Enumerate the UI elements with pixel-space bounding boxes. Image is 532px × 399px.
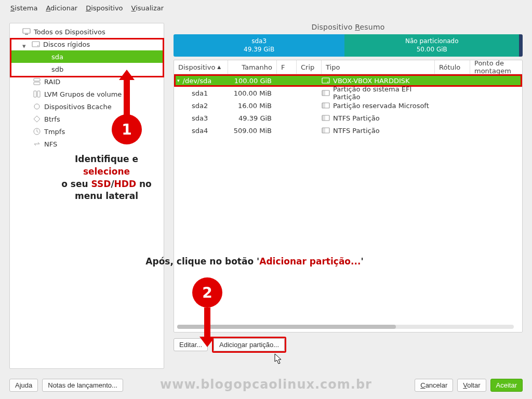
tree-label: Btrfs [44, 115, 60, 123]
tree-disk-sdb[interactable]: sdb [10, 63, 164, 75]
partition-icon [322, 101, 330, 110]
tree-label: NFS [44, 140, 57, 148]
lvm-icon [33, 90, 41, 98]
svg-point-3 [37, 45, 38, 46]
col-f[interactable]: F [277, 60, 297, 74]
menubar: Sistema Adicionar Dispositivo Visualizar [0, 0, 532, 16]
edit-button[interactable]: Editar... [174, 338, 208, 351]
col-crip[interactable]: Crip [297, 60, 322, 74]
menu-dispositivo[interactable]: Dispositivo [86, 4, 123, 12]
seg-size: 50.00 GiB [417, 46, 447, 54]
device-tree: Todos os Dispositivos ▾ Discos rígidos s… [9, 23, 164, 369]
tree-label: sdb [51, 65, 63, 73]
partition-segment-free[interactable]: Não particionado 50.00 GiB [344, 34, 519, 57]
tree-bcache[interactable]: Dispositivos Bcache [10, 100, 164, 113]
seg-label: Não particionado [405, 37, 459, 46]
table-row[interactable]: sda216.00 MiBPartição reservada Microsof… [174, 99, 522, 112]
svg-point-8 [34, 104, 39, 109]
accept-button[interactable]: Aceitar [490, 379, 523, 392]
tmpfs-icon [33, 127, 41, 136]
device-size: 16.00 MiB [228, 102, 277, 110]
tree-disk-sda[interactable]: sda [10, 50, 164, 63]
svg-rect-13 [322, 90, 325, 96]
device-type: Partição reservada Microsoft [333, 102, 429, 110]
annotation-highlight-2: Adicionar partição... [212, 337, 286, 353]
device-name: sda4 [192, 127, 208, 135]
btrfs-icon [33, 115, 41, 123]
device-type: NTFS Partição [333, 114, 380, 122]
seg-label: sda3 [251, 37, 267, 46]
sort-arrow-icon: ▲ [217, 64, 221, 70]
col-size[interactable]: Tamanho [228, 60, 277, 74]
tree-label: LVM Grupos de volume [44, 90, 122, 98]
device-table: Dispositivo▲ Tamanho F Crip Tipo Rótulo … [174, 60, 523, 332]
add-partition-button[interactable]: Adicionar partição... [214, 338, 285, 351]
tree-btrfs[interactable]: Btrfs [10, 113, 164, 125]
menu-visualizar[interactable]: Visualizar [131, 4, 164, 12]
svg-rect-1 [25, 34, 28, 35]
bcache-icon [33, 102, 41, 111]
col-type[interactable]: Tipo [322, 60, 435, 74]
partition-map: sda3 49.39 GiB Não particionado 50.00 Gi… [174, 34, 523, 57]
table-row[interactable]: sda349.39 GiBNTFS Partição [174, 112, 522, 124]
device-type: NTFS Partição [333, 127, 380, 135]
raid-icon [33, 77, 41, 86]
device-name: sda1 [192, 89, 208, 97]
partition-segment-sda3[interactable]: sda3 49.39 GiB [174, 34, 344, 57]
device-summary-title: Dispositivo Resumo [174, 23, 523, 31]
partition-segment-tiny[interactable] [519, 34, 523, 57]
svg-point-11 [327, 82, 328, 83]
disk-icon [32, 40, 40, 48]
help-button[interactable]: Ajuda [9, 379, 38, 392]
col-mount[interactable]: Ponto de montagem [470, 60, 522, 74]
tree-lvm[interactable]: LVM Grupos de volume [10, 88, 164, 100]
svg-rect-7 [37, 91, 40, 97]
device-size: 100.00 MiB [228, 89, 277, 97]
partition-icon [322, 126, 330, 135]
chevron-down-icon: ▾ [22, 42, 26, 46]
device-name: sda3 [192, 114, 208, 122]
device-name: /dev/sda [183, 77, 212, 85]
device-size: 49.39 GiB [228, 114, 277, 122]
svg-rect-10 [322, 78, 329, 83]
table-row[interactable]: sda4509.00 MiBNTFS Partição [174, 124, 522, 137]
table-header: Dispositivo▲ Tamanho F Crip Tipo Rótulo … [174, 60, 522, 74]
tree-raid[interactable]: RAID [10, 75, 164, 88]
tree-label: sda [51, 53, 63, 61]
svg-rect-6 [34, 91, 36, 97]
device-size: 509.00 MiB [228, 127, 277, 135]
partition-icon [322, 114, 330, 122]
horizontal-scrollbar[interactable] [177, 325, 514, 329]
device-type: VBOX-VBOX HARDDISK [333, 77, 410, 85]
tree-label: Dispositivos Bcache [44, 103, 112, 111]
tree-label: Tmpfs [44, 128, 65, 136]
release-notes-button[interactable]: Notas de lançamento... [42, 379, 123, 392]
tree-label: Discos rígidos [43, 41, 90, 48]
nfs-icon [33, 140, 41, 148]
svg-rect-17 [322, 115, 325, 121]
menu-adicionar[interactable]: Adicionar [46, 4, 77, 12]
monitor-icon [22, 28, 31, 36]
table-row[interactable]: sda1100.00 MiBPartição do sistema EFI Pa… [174, 87, 522, 99]
device-type: Partição do sistema EFI Partição [333, 85, 435, 101]
tree-hard-disks[interactable]: ▾ Discos rígidos [10, 38, 164, 50]
footer-bar: Ajuda Notas de lançamento... Cancelar Vo… [9, 379, 523, 392]
col-label[interactable]: Rótulo [435, 60, 470, 74]
device-size: 100.00 GiB [228, 77, 277, 85]
svg-rect-15 [322, 103, 325, 108]
back-button[interactable]: Voltar [457, 379, 486, 392]
svg-rect-4 [34, 78, 40, 81]
partition-icon [322, 89, 330, 97]
seg-size: 49.39 GiB [244, 46, 274, 54]
tree-tmpfs[interactable]: Tmpfs [10, 125, 164, 138]
menu-sistema[interactable]: Sistema [10, 4, 37, 12]
svg-rect-5 [34, 82, 40, 85]
col-device[interactable]: Dispositivo▲ [174, 60, 228, 74]
tree-label: RAID [44, 78, 60, 86]
tree-all-devices[interactable]: Todos os Dispositivos [10, 25, 164, 38]
tree-nfs[interactable]: NFS [10, 138, 164, 150]
cancel-button[interactable]: Cancelar [415, 379, 453, 392]
disk-icon [322, 76, 330, 85]
device-name: sda2 [192, 102, 208, 110]
svg-rect-2 [32, 42, 39, 47]
